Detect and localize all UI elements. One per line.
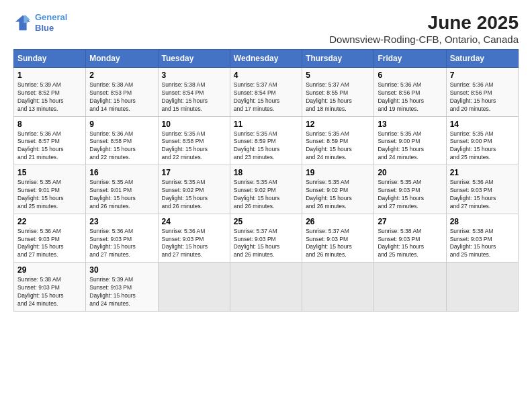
day-cell-1-1: 9Sunrise: 5:36 AM Sunset: 8:58 PM Daylig… (86, 116, 158, 165)
day-info: Sunrise: 5:35 AM Sunset: 9:02 PM Dayligh… (306, 179, 370, 211)
day-number: 17 (162, 168, 226, 177)
day-info: Sunrise: 5:37 AM Sunset: 8:54 PM Dayligh… (234, 81, 298, 113)
day-info: Sunrise: 5:37 AM Sunset: 8:55 PM Dayligh… (306, 81, 370, 113)
day-number: 24 (162, 217, 226, 226)
calendar-subtitle: Downsview-Roding-CFB, Ontario, Canada (329, 34, 519, 45)
logo-text: General Blue (35, 12, 67, 33)
day-cell-2-5: 20Sunrise: 5:35 AM Sunset: 9:03 PM Dayli… (374, 165, 446, 214)
day-cell-2-3: 18Sunrise: 5:35 AM Sunset: 9:02 PM Dayli… (230, 165, 302, 214)
day-info: Sunrise: 5:38 AM Sunset: 9:03 PM Dayligh… (378, 228, 442, 260)
day-number: 5 (306, 71, 370, 80)
day-number: 23 (89, 217, 154, 226)
day-number: 27 (378, 217, 442, 226)
day-cell-2-1: 16Sunrise: 5:35 AM Sunset: 9:01 PM Dayli… (86, 165, 158, 214)
day-cell-3-1: 23Sunrise: 5:36 AM Sunset: 9:03 PM Dayli… (86, 214, 158, 263)
week-row-4: 29Sunrise: 5:38 AM Sunset: 9:03 PM Dayli… (14, 263, 519, 312)
day-number: 15 (17, 168, 82, 177)
week-row-2: 15Sunrise: 5:35 AM Sunset: 9:01 PM Dayli… (14, 165, 519, 214)
title-area: June 2025 Downsview-Roding-CFB, Ontario,… (329, 12, 519, 45)
day-number: 16 (89, 168, 154, 177)
header-sunday: Sunday (14, 50, 86, 68)
day-cell-1-6: 14Sunrise: 5:35 AM Sunset: 9:00 PM Dayli… (446, 116, 518, 165)
day-cell-4-3 (230, 263, 302, 312)
day-cell-3-0: 22Sunrise: 5:36 AM Sunset: 9:03 PM Dayli… (14, 214, 86, 263)
day-cell-2-4: 19Sunrise: 5:35 AM Sunset: 9:02 PM Dayli… (302, 165, 374, 214)
header-tuesday: Tuesday (158, 50, 230, 68)
day-cell-1-4: 12Sunrise: 5:35 AM Sunset: 8:59 PM Dayli… (302, 116, 374, 165)
logo: General Blue (13, 12, 67, 33)
day-number: 13 (378, 120, 442, 129)
day-info: Sunrise: 5:36 AM Sunset: 9:03 PM Dayligh… (162, 228, 226, 260)
day-number: 4 (234, 71, 298, 80)
day-cell-3-5: 27Sunrise: 5:38 AM Sunset: 9:03 PM Dayli… (374, 214, 446, 263)
day-number: 26 (306, 217, 370, 226)
day-cell-0-0: 1Sunrise: 5:39 AM Sunset: 8:52 PM Daylig… (14, 68, 86, 117)
day-number: 14 (450, 120, 515, 129)
day-info: Sunrise: 5:35 AM Sunset: 9:00 PM Dayligh… (378, 130, 442, 163)
day-number: 18 (234, 168, 298, 177)
day-cell-0-5: 6Sunrise: 5:36 AM Sunset: 8:56 PM Daylig… (374, 68, 446, 117)
day-info: Sunrise: 5:35 AM Sunset: 9:00 PM Dayligh… (450, 130, 515, 163)
day-number: 11 (234, 120, 298, 129)
day-number: 2 (89, 71, 154, 80)
logo-icon (13, 13, 32, 32)
week-row-1: 8Sunrise: 5:36 AM Sunset: 8:57 PM Daylig… (14, 116, 519, 165)
day-cell-0-4: 5Sunrise: 5:37 AM Sunset: 8:55 PM Daylig… (302, 68, 374, 117)
day-cell-3-4: 26Sunrise: 5:37 AM Sunset: 9:03 PM Dayli… (302, 214, 374, 263)
day-info: Sunrise: 5:38 AM Sunset: 9:03 PM Dayligh… (17, 276, 82, 308)
day-info: Sunrise: 5:36 AM Sunset: 8:58 PM Dayligh… (89, 130, 154, 163)
day-cell-2-0: 15Sunrise: 5:35 AM Sunset: 9:01 PM Dayli… (14, 165, 86, 214)
day-number: 25 (234, 217, 298, 226)
day-cell-3-6: 28Sunrise: 5:38 AM Sunset: 9:03 PM Dayli… (446, 214, 518, 263)
day-cell-1-5: 13Sunrise: 5:35 AM Sunset: 9:00 PM Dayli… (374, 116, 446, 165)
day-cell-0-3: 4Sunrise: 5:37 AM Sunset: 8:54 PM Daylig… (230, 68, 302, 117)
day-number: 29 (17, 265, 82, 275)
calendar-table: Sunday Monday Tuesday Wednesday Thursday… (13, 49, 519, 312)
day-info: Sunrise: 5:35 AM Sunset: 8:58 PM Dayligh… (162, 130, 226, 163)
day-number: 20 (378, 168, 442, 177)
day-cell-4-1: 30Sunrise: 5:39 AM Sunset: 9:03 PM Dayli… (86, 263, 158, 312)
day-number: 1 (17, 71, 82, 80)
day-number: 22 (17, 217, 82, 226)
day-number: 6 (378, 71, 442, 80)
day-number: 19 (306, 168, 370, 177)
day-cell-4-0: 29Sunrise: 5:38 AM Sunset: 9:03 PM Dayli… (14, 263, 86, 312)
page: General Blue June 2025 Downsview-Roding-… (0, 0, 532, 318)
header-area: General Blue June 2025 Downsview-Roding-… (13, 12, 519, 45)
day-info: Sunrise: 5:38 AM Sunset: 8:54 PM Dayligh… (162, 81, 226, 113)
day-info: Sunrise: 5:36 AM Sunset: 8:56 PM Dayligh… (378, 81, 442, 113)
day-info: Sunrise: 5:37 AM Sunset: 9:03 PM Dayligh… (306, 228, 370, 260)
day-cell-4-4 (302, 263, 374, 312)
day-info: Sunrise: 5:36 AM Sunset: 8:56 PM Dayligh… (450, 81, 515, 113)
calendar-title: June 2025 (329, 12, 519, 34)
day-number: 30 (89, 265, 154, 275)
day-info: Sunrise: 5:36 AM Sunset: 9:03 PM Dayligh… (17, 228, 82, 260)
day-cell-1-3: 11Sunrise: 5:35 AM Sunset: 8:59 PM Dayli… (230, 116, 302, 165)
day-info: Sunrise: 5:36 AM Sunset: 9:03 PM Dayligh… (89, 228, 154, 260)
day-cell-1-2: 10Sunrise: 5:35 AM Sunset: 8:58 PM Dayli… (158, 116, 230, 165)
day-info: Sunrise: 5:38 AM Sunset: 8:53 PM Dayligh… (89, 81, 154, 113)
header-row: Sunday Monday Tuesday Wednesday Thursday… (14, 50, 519, 68)
header-friday: Friday (374, 50, 446, 68)
day-info: Sunrise: 5:35 AM Sunset: 9:02 PM Dayligh… (162, 179, 226, 211)
day-cell-2-2: 17Sunrise: 5:35 AM Sunset: 9:02 PM Dayli… (158, 165, 230, 214)
day-info: Sunrise: 5:38 AM Sunset: 9:03 PM Dayligh… (450, 228, 515, 260)
day-cell-0-1: 2Sunrise: 5:38 AM Sunset: 8:53 PM Daylig… (86, 68, 158, 117)
day-info: Sunrise: 5:35 AM Sunset: 9:03 PM Dayligh… (378, 179, 442, 211)
day-number: 7 (450, 71, 515, 80)
day-number: 3 (162, 71, 226, 80)
day-info: Sunrise: 5:35 AM Sunset: 8:59 PM Dayligh… (306, 130, 370, 163)
day-info: Sunrise: 5:36 AM Sunset: 8:57 PM Dayligh… (17, 130, 82, 163)
day-cell-4-2 (158, 263, 230, 312)
day-number: 12 (306, 120, 370, 129)
day-info: Sunrise: 5:35 AM Sunset: 9:01 PM Dayligh… (89, 179, 154, 211)
header-monday: Monday (86, 50, 158, 68)
day-info: Sunrise: 5:36 AM Sunset: 9:03 PM Dayligh… (450, 179, 515, 211)
day-number: 8 (17, 120, 82, 129)
day-cell-0-6: 7Sunrise: 5:36 AM Sunset: 8:56 PM Daylig… (446, 68, 518, 117)
day-info: Sunrise: 5:39 AM Sunset: 9:03 PM Dayligh… (89, 276, 154, 308)
week-row-0: 1Sunrise: 5:39 AM Sunset: 8:52 PM Daylig… (14, 68, 519, 117)
day-number: 21 (450, 168, 515, 177)
day-number: 10 (162, 120, 226, 129)
day-cell-4-6 (446, 263, 518, 312)
